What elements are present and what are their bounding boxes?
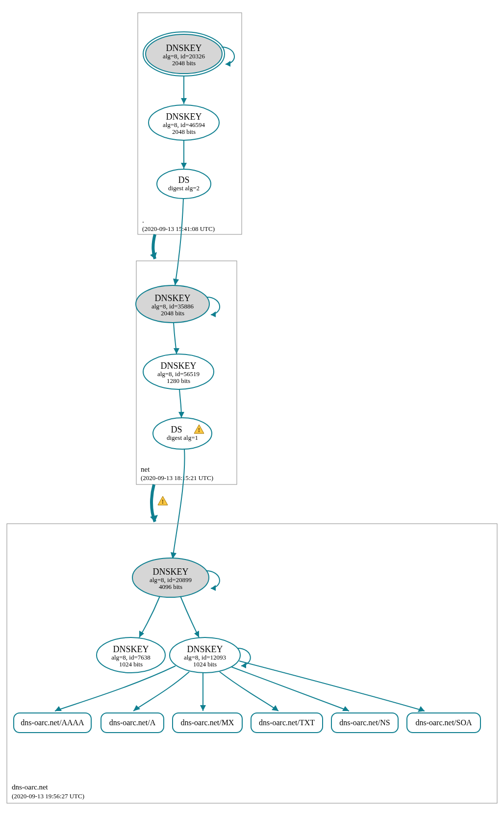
node-root-ds: DS digest alg=2	[157, 169, 211, 199]
dnssec-graph: . (2020-09-13 15:41:08 UTC) DNSKEY alg=8…	[0, 0, 504, 839]
svg-marker-27	[178, 412, 184, 418]
edge-zsk2-ns	[231, 667, 349, 711]
svg-text:dns-oarc.net/TXT: dns-oarc.net/TXT	[259, 718, 315, 727]
svg-text:DS: DS	[178, 175, 189, 185]
svg-marker-22	[174, 348, 179, 354]
svg-text:2048 bits: 2048 bits	[161, 309, 184, 317]
warning-icon: !	[158, 496, 168, 505]
node-oarc-ksk: DNSKEY alg=8, id=20899 4096 bits	[132, 558, 209, 597]
svg-marker-52	[241, 662, 246, 668]
svg-marker-55	[200, 705, 206, 711]
edge-net-ds-to-oarc-ksk	[173, 449, 185, 559]
svg-text:DNSKEY: DNSKEY	[166, 112, 202, 122]
svg-text:dns-oarc.net/MX: dns-oarc.net/MX	[181, 718, 234, 727]
svg-text:alg=8, id=12093: alg=8, id=12093	[184, 654, 226, 661]
zone-time-oarc: (2020-09-13 19:56:27 UTC)	[12, 792, 84, 800]
svg-text:dns-oarc.net/NS: dns-oarc.net/NS	[339, 718, 390, 727]
svg-text:1280 bits: 1280 bits	[167, 377, 190, 384]
svg-text:alg=8, id=35886: alg=8, id=35886	[151, 303, 194, 310]
edge-zsk2-txt	[220, 672, 278, 711]
zone-label-root: .	[142, 216, 144, 224]
node-root-ksk: DNSKEY alg=8, id=20326 2048 bits	[143, 32, 225, 76]
edge-zsk2-a	[133, 672, 189, 711]
node-oarc-zsk2: DNSKEY alg=8, id=12093 1024 bits	[170, 637, 240, 673]
svg-text:DNSKEY: DNSKEY	[160, 361, 196, 371]
svg-marker-56	[272, 705, 278, 711]
svg-text:DNSKEY: DNSKEY	[113, 644, 149, 654]
svg-text:!: !	[162, 498, 164, 505]
zone-label-net: net	[141, 465, 150, 473]
rrset-mx: dns-oarc.net/MX	[173, 713, 242, 733]
svg-marker-6	[181, 98, 187, 104]
svg-marker-21	[211, 311, 216, 317]
svg-marker-42	[139, 631, 144, 637]
svg-text:alg=8, id=46594: alg=8, id=46594	[163, 121, 205, 128]
svg-text:DS: DS	[171, 425, 182, 434]
zone-box-oarc	[7, 524, 497, 803]
edge-root-ds-to-net-ksk	[175, 199, 183, 285]
svg-marker-33	[150, 515, 158, 522]
edge-oarc-ksk-zsk2	[180, 596, 199, 637]
svg-marker-11	[181, 163, 187, 169]
node-net-zsk: DNSKEY alg=8, id=56519 1280 bits	[143, 354, 214, 389]
svg-text:DNSKEY: DNSKEY	[152, 567, 188, 577]
node-root-zsk: DNSKEY alg=8, id=46594 2048 bits	[149, 105, 219, 140]
svg-text:1024 bits: 1024 bits	[119, 661, 143, 668]
svg-text:dns-oarc.net/SOA: dns-oarc.net/SOA	[415, 718, 472, 727]
edge-oarc-ksk-zsk1	[139, 596, 160, 637]
svg-text:alg=8, id=7638: alg=8, id=7638	[111, 654, 151, 661]
rrset-soa: dns-oarc.net/SOA	[407, 713, 480, 733]
rrset-aaaa: dns-oarc.net/AAAA	[14, 713, 91, 733]
node-net-ksk: DNSKEY alg=8, id=35886 2048 bits	[136, 285, 209, 323]
svg-text:dns-oarc.net/A: dns-oarc.net/A	[109, 718, 156, 727]
svg-text:alg=8, id=56519: alg=8, id=56519	[157, 370, 200, 378]
svg-text:alg=8, id=20899: alg=8, id=20899	[150, 576, 192, 584]
svg-marker-5	[226, 61, 230, 67]
zone-time-root: (2020-09-13 15:41:08 UTC)	[142, 225, 215, 232]
zone-label-oarc: dns-oarc.net	[12, 783, 49, 791]
rrset-txt: dns-oarc.net/TXT	[251, 713, 323, 733]
svg-text:!: !	[198, 426, 200, 433]
svg-text:1024 bits: 1024 bits	[193, 661, 217, 668]
svg-text:2048 bits: 2048 bits	[172, 59, 196, 67]
rrset-ns: dns-oarc.net/NS	[331, 713, 398, 733]
svg-text:DNSKEY: DNSKEY	[154, 293, 190, 303]
svg-text:digest alg=2: digest alg=2	[168, 184, 200, 192]
svg-text:digest alg=1: digest alg=1	[167, 434, 198, 441]
svg-text:4096 bits: 4096 bits	[159, 583, 182, 590]
svg-text:dns-oarc.net/AAAA: dns-oarc.net/AAAA	[21, 718, 84, 727]
zone-time-net: (2020-09-13 18:15:21 UTC)	[141, 474, 213, 482]
svg-marker-41	[211, 585, 216, 591]
rrset-a: dns-oarc.net/A	[101, 713, 164, 733]
svg-marker-54	[133, 705, 140, 711]
svg-text:alg=8, id=20326: alg=8, id=20326	[163, 52, 205, 60]
edge-zsk2-aaaa	[55, 666, 176, 711]
svg-marker-16	[173, 279, 179, 285]
svg-text:DNSKEY: DNSKEY	[187, 644, 223, 654]
svg-text:2048 bits: 2048 bits	[172, 128, 196, 135]
node-oarc-zsk1: DNSKEY alg=8, id=7638 1024 bits	[97, 637, 165, 673]
svg-text:DNSKEY: DNSKEY	[166, 43, 202, 53]
